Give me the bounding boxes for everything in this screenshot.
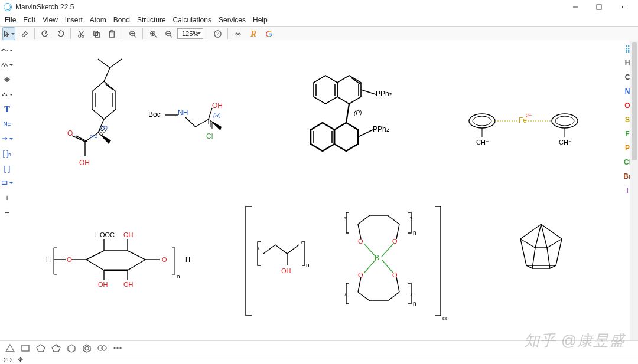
maximize-button[interactable]: [587, 0, 611, 14]
more-templates-button[interactable]: [111, 342, 124, 354]
redo-button[interactable]: [54, 27, 67, 40]
svg-line-36: [110, 59, 122, 68]
group-label: Boc: [148, 110, 161, 119]
minimize-button[interactable]: [564, 0, 587, 14]
zoom-fit-button[interactable]: [126, 27, 139, 40]
status-mode[interactable]: 2D: [4, 356, 12, 363]
menu-structure[interactable]: Structure: [137, 16, 166, 24]
dots-tool-button[interactable]: [1, 89, 13, 100]
erase-tool-button[interactable]: [18, 27, 31, 40]
svg-point-73: [473, 116, 491, 126]
close-button[interactable]: [611, 0, 634, 14]
name-tool-button[interactable]: N≡: [1, 119, 13, 129]
star-tool-button[interactable]: [1, 74, 13, 85]
status-tool-icon[interactable]: ✥: [18, 356, 23, 363]
copy-button[interactable]: [90, 27, 103, 40]
svg-marker-44: [98, 133, 111, 144]
paste-button[interactable]: [105, 27, 118, 40]
structure-1[interactable]: O OH (S) or1: [39, 47, 128, 201]
atom-p-button[interactable]: P: [625, 143, 630, 153]
svg-point-113: [120, 347, 121, 349]
zoom-out-button[interactable]: [162, 27, 175, 40]
atom-label: B: [375, 254, 379, 262]
select-tool-button[interactable]: [2, 27, 15, 40]
atom-label: OH: [98, 281, 108, 288]
menu-bond[interactable]: Bond: [113, 16, 130, 24]
repeat-label: n: [413, 229, 416, 236]
undo-button[interactable]: [38, 27, 51, 40]
infinity-button[interactable]: ∞: [232, 27, 245, 40]
menu-edit[interactable]: Edit: [23, 16, 35, 24]
minus-charge-button[interactable]: −: [1, 207, 13, 218]
bracket-tool-button[interactable]: [ ]: [1, 163, 13, 173]
stereo-label: or1: [90, 133, 97, 139]
menu-services[interactable]: Services: [219, 16, 246, 24]
svg-text:?: ?: [216, 31, 219, 37]
google-button[interactable]: [262, 27, 275, 40]
zoom-in-button[interactable]: [147, 27, 160, 40]
charge-label: 2+: [526, 113, 532, 119]
structure-5[interactable]: HOOC OH OH OH O O H H n: [39, 224, 204, 295]
zoom-level-combo[interactable]: 125%: [177, 28, 203, 39]
structure-3[interactable]: PPh₂ PPh₂ (P): [278, 59, 408, 189]
atom-s-button[interactable]: S: [625, 114, 630, 125]
chain-tool-button[interactable]: [1, 60, 13, 70]
lasso-tool-button[interactable]: [1, 45, 13, 55]
repeat-label: n: [413, 300, 416, 307]
drawing-canvas[interactable]: O OH (S) or1 Boc NH OH (R) Cl: [15, 41, 619, 340]
title-bar: MarvinSketch 22.5: [0, 0, 638, 14]
menu-calculations[interactable]: Calculations: [173, 16, 211, 24]
svg-line-69: [346, 104, 349, 123]
square-ring-button[interactable]: [19, 342, 32, 354]
atom-label: CH⁻: [559, 139, 572, 146]
arrow-tool-button[interactable]: [1, 133, 13, 144]
atom-label: NH: [178, 109, 188, 117]
structure-4[interactable]: Fe 2+ CH⁻ CH⁻: [453, 103, 600, 162]
pentagon-ring-button[interactable]: [34, 342, 47, 354]
menu-insert[interactable]: Insert: [65, 16, 83, 24]
structure-7[interactable]: [506, 218, 577, 283]
bracket-n-tool-button[interactable]: [ ]ₙ: [1, 148, 13, 159]
svg-line-71: [358, 130, 373, 137]
menu-view[interactable]: View: [43, 16, 58, 24]
svg-line-94: [364, 244, 376, 257]
benzene-ring-button[interactable]: [80, 342, 93, 354]
menu-file[interactable]: File: [5, 16, 16, 24]
atom-f-button[interactable]: F: [625, 129, 629, 139]
svg-point-110: [102, 346, 106, 350]
watermark: 知乎 @康昱盛: [524, 330, 625, 351]
repeat-label: n: [306, 262, 310, 268]
svg-point-112: [117, 347, 118, 349]
svg-line-96: [364, 260, 376, 273]
text-tool-button[interactable]: T: [1, 104, 13, 114]
plus-charge-button[interactable]: +: [1, 192, 13, 203]
hexagon-ring-button[interactable]: [65, 342, 78, 354]
r-group-button[interactable]: R: [247, 27, 260, 40]
svg-marker-65: [311, 123, 334, 151]
svg-point-31: [4, 93, 5, 94]
svg-marker-38: [92, 81, 116, 119]
google-icon: [265, 29, 274, 38]
svg-rect-34: [2, 181, 7, 185]
structure-6[interactable]: * * n OH B O O O O * * * * n n co: [240, 198, 453, 327]
cyclopentadiene-button[interactable]: [50, 342, 63, 354]
svg-point-30: [2, 95, 4, 96]
structure-2[interactable]: Boc NH OH (R) Cl: [142, 103, 243, 168]
svg-marker-101: [6, 345, 14, 352]
svg-point-32: [6, 95, 7, 96]
atom-label: Cl: [206, 132, 213, 140]
rect-tool-button[interactable]: [1, 178, 13, 188]
svg-marker-98: [520, 224, 562, 265]
menu-atom[interactable]: Atom: [90, 16, 106, 24]
svg-line-53: [196, 119, 209, 127]
atom-i-button[interactable]: I: [626, 185, 628, 196]
scrollbar-thumb[interactable]: [632, 42, 637, 160]
help-button[interactable]: ?: [211, 27, 224, 40]
star-label: *: [344, 293, 347, 299]
fused-ring-button[interactable]: [96, 342, 109, 354]
vertical-scrollbar[interactable]: [630, 41, 638, 340]
menu-help[interactable]: Help: [253, 16, 268, 24]
cut-button[interactable]: [74, 27, 87, 40]
toolbar-separator: [207, 28, 207, 39]
triangle-ring-button[interactable]: [4, 342, 17, 354]
